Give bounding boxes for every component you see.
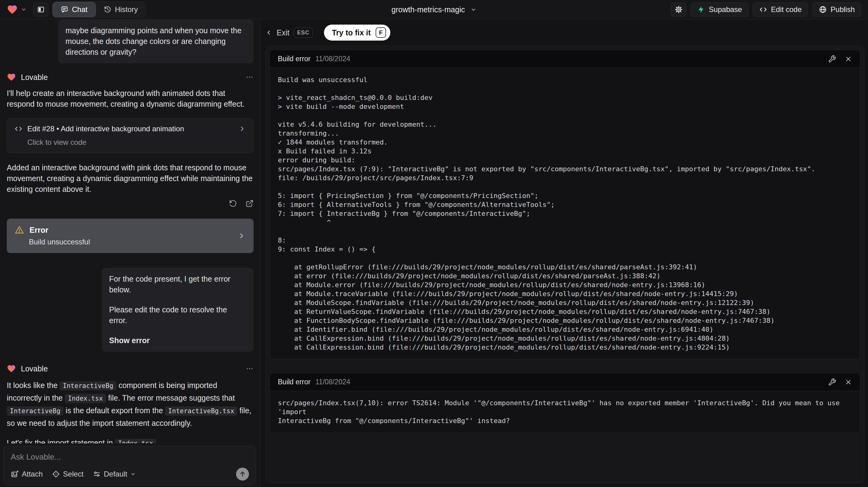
error-log-text: Build was unsuccessful > vite_react_shad… [278, 75, 852, 352]
gear-icon [675, 5, 683, 13]
open-external-icon[interactable] [246, 200, 254, 208]
tab-chat[interactable]: Chat [53, 2, 96, 17]
error-log[interactable]: Build was unsuccessful > vite_react_shad… [270, 68, 860, 359]
code-brackets-icon [14, 125, 23, 133]
lovable-logo-menu[interactable] [7, 4, 26, 15]
app-window: Chat History growth-metrics-magic [0, 0, 868, 487]
more-options-icon[interactable] [246, 73, 254, 81]
assistant-header: Lovable [7, 364, 254, 373]
chat-bubble-icon [61, 6, 68, 13]
chat-input[interactable] [11, 452, 249, 468]
panel-title: Build error [278, 55, 310, 63]
topbar-actions: Supabase Edit code Publish [671, 2, 861, 17]
chat-panel: maybe diagramming points and when you mo… [0, 19, 261, 487]
user-message: maybe diagramming points and when you mo… [58, 19, 254, 63]
user-message: For the code present, I get the error be… [102, 268, 254, 352]
top-bar: Chat History growth-metrics-magic [0, 0, 868, 19]
inline-code: Index.tsx [115, 439, 156, 443]
esc-key-badge: ESC [294, 28, 313, 38]
chevron-left-icon [266, 29, 272, 36]
project-name: growth-metrics-magic [392, 5, 465, 14]
edit-card-subtitle: Click to view code [27, 138, 246, 147]
inline-code: InteractiveBg [60, 381, 116, 391]
inline-code: InteractiveBg [7, 406, 63, 416]
chevron-right-icon [239, 125, 246, 132]
tab-history-label: History [115, 5, 138, 14]
assistant-header: Lovable [7, 72, 254, 82]
error-view-panel: Exit ESC Try to fix it F Build error 11/… [261, 19, 868, 487]
edit-card-28[interactable]: Edit #28 • Add interactive background an… [7, 118, 254, 153]
target-select-icon [52, 470, 60, 478]
error-card-subtitle: Build unsuccessful [29, 238, 90, 246]
chevron-down-icon [470, 6, 476, 12]
chat-messages[interactable]: maybe diagramming points and when you mo… [0, 19, 260, 443]
error-log[interactable]: src/pages/Index.tsx(7,10): error TS2614:… [270, 391, 860, 433]
mode-label: Default [104, 470, 127, 478]
toggle-sidebar-button[interactable] [33, 2, 49, 17]
exit-button[interactable]: Exit ESC [266, 28, 313, 38]
edit-code-button[interactable]: Edit code [753, 2, 808, 17]
settings-button[interactable] [671, 2, 686, 17]
chevron-right-icon [238, 232, 246, 240]
publish-label: Publish [831, 5, 855, 14]
assistant-message: It looks like the InteractiveBg componen… [7, 379, 254, 429]
tab-history[interactable]: History [96, 2, 146, 17]
close-icon[interactable] [845, 378, 852, 386]
publish-button[interactable]: Publish [812, 2, 861, 17]
history-clock-icon [104, 6, 111, 13]
panel-date: 11/08/2024 [315, 55, 350, 63]
build-error-panel-2: Build error 11/08/2024 src/pages/I [270, 373, 860, 433]
chat-history-tabs: Chat History [52, 2, 146, 18]
code-brackets-icon [759, 5, 767, 13]
arrow-up-icon [239, 470, 246, 478]
refresh-icon[interactable] [229, 200, 237, 208]
edit-card-title: Edit #28 • Add interactive background an… [27, 124, 184, 133]
assistant-message: Let's fix the import statement in Index.… [7, 437, 254, 443]
lovable-heart-icon [7, 72, 16, 82]
show-error-link[interactable]: Show error [109, 335, 246, 346]
error-view-header: Exit ESC Try to fix it F [266, 24, 864, 41]
error-log-text: src/pages/Index.tsx(7,10): error TS2614:… [278, 398, 852, 425]
error-panels-container: Build error 11/08/2024 Build was u [266, 46, 864, 483]
wrench-icon[interactable] [828, 378, 836, 386]
try-to-fix-button[interactable]: Try to fix it F [324, 25, 390, 40]
project-switcher[interactable]: growth-metrics-magic [392, 5, 477, 14]
attach-button[interactable]: Attach [11, 470, 43, 478]
globe-icon [819, 5, 827, 13]
sliders-icon [93, 470, 101, 478]
close-icon[interactable] [845, 55, 852, 63]
inline-code: Index.tsx [65, 394, 106, 403]
error-card-title: Error [30, 226, 48, 235]
lovable-heart-icon [7, 364, 16, 373]
supabase-button[interactable]: Supabase [691, 2, 748, 17]
f-key-badge: F [376, 27, 386, 38]
select-label: Select [63, 470, 84, 478]
supabase-label: Supabase [709, 5, 742, 14]
lovable-heart-icon [7, 4, 18, 15]
panel-date: 11/08/2024 [315, 378, 350, 386]
chevron-down-icon [130, 471, 136, 477]
more-options-icon[interactable] [246, 365, 254, 373]
edit-code-label: Edit code [771, 5, 802, 14]
mode-dropdown[interactable]: Default [93, 470, 136, 478]
select-button[interactable]: Select [52, 470, 84, 478]
composer: Attach Select [3, 446, 256, 485]
build-error-panel-1: Build error 11/08/2024 Build was u [270, 50, 860, 359]
supabase-bolt-icon [697, 5, 705, 13]
chevron-down-icon [21, 7, 26, 12]
inline-code: InteractiveBg.tsx [165, 406, 237, 416]
assistant-message: I'll help create an interactive backgrou… [7, 88, 254, 110]
wrench-icon[interactable] [828, 55, 836, 63]
build-error-card[interactable]: Error Build unsuccessful [7, 219, 254, 253]
try-to-fix-label: Try to fix it [332, 28, 371, 37]
message-actions [7, 200, 254, 208]
assistant-message: Added an interactive background with pin… [7, 162, 254, 194]
assistant-name: Lovable [21, 73, 48, 82]
attach-image-icon [11, 470, 19, 478]
send-button[interactable] [236, 468, 249, 481]
attach-label: Attach [22, 470, 43, 478]
assistant-name: Lovable [21, 364, 48, 373]
panel-title: Build error [278, 378, 310, 386]
warning-triangle-icon [15, 225, 24, 235]
exit-label: Exit [277, 28, 289, 37]
